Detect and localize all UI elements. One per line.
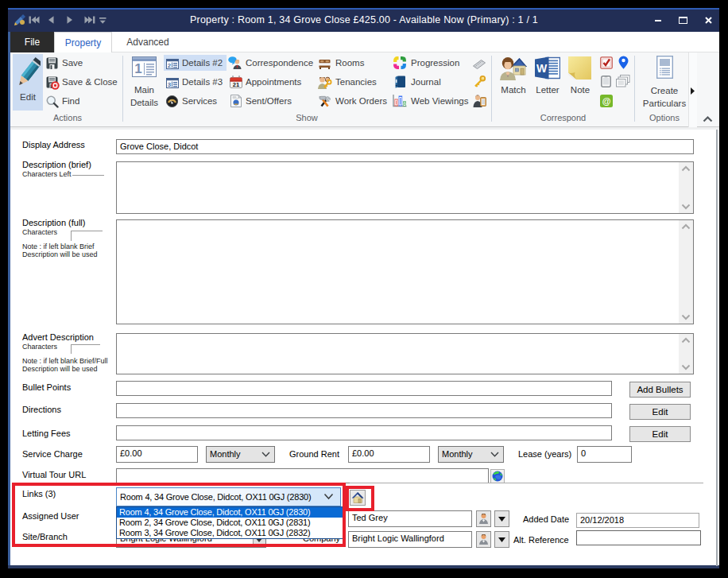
svg-text:2: 2: [168, 62, 172, 69]
svg-text:W: W: [536, 62, 548, 75]
svg-text:3: 3: [168, 81, 172, 88]
svg-text:21: 21: [233, 81, 239, 88]
svg-text:@: @: [602, 96, 611, 106]
svg-text:1: 1: [134, 61, 141, 76]
